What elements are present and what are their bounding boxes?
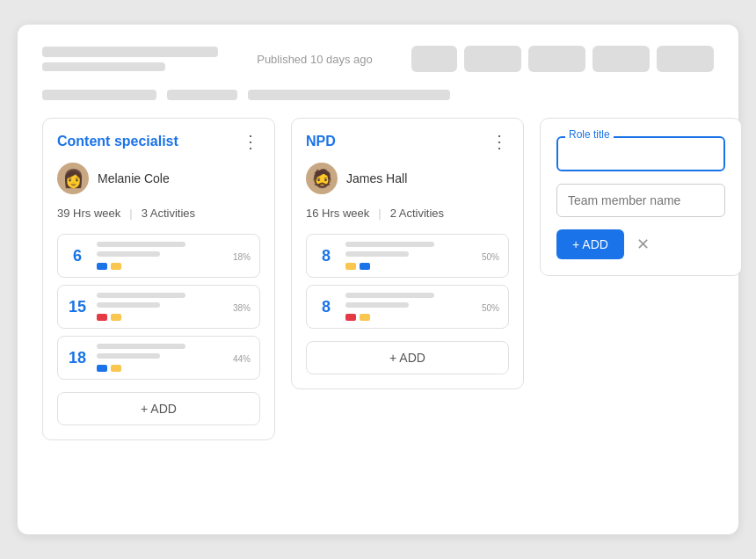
card1-divider: | (129, 207, 132, 220)
card1-bar-3a (97, 344, 185, 349)
card1-num-3: 18 (67, 349, 88, 367)
sub-nav (42, 90, 714, 100)
card2-avatar: 🧔 (306, 163, 338, 194)
card1-header: Content specialist ⋮ (57, 133, 260, 150)
card1-avatar: 👩 (57, 163, 89, 194)
card1-activity-2-right (97, 293, 224, 321)
card2-num-2: 8 (316, 298, 337, 316)
card2-activity-2: 8 50% (306, 285, 509, 329)
form-actions: + ADD ✕ (556, 229, 725, 259)
card2-activity-1: 8 50% (306, 234, 509, 278)
card1-dots-2 (97, 314, 224, 321)
card2-stats: 16 Hrs week | 2 Activities (306, 207, 509, 220)
card1-pct-3: 44% (233, 354, 251, 364)
card1-num-1: 6 (67, 247, 88, 265)
dot-red-2 (97, 314, 107, 321)
skeleton-btn-4 (592, 46, 650, 72)
published-label: Published 10 days ago (257, 53, 373, 66)
card1-dots-1 (97, 263, 224, 270)
card1-activities: 3 Activities (142, 207, 195, 220)
dot-blue-3 (97, 365, 107, 372)
card1-hrs: 39 Hrs week (57, 207, 120, 220)
dot-yellow-1 (111, 263, 121, 270)
card1-activity-1-right (97, 242, 224, 270)
subnav-item-2[interactable] (167, 90, 237, 100)
main-container: Published 10 days ago Content specialist… (18, 25, 738, 534)
role-title-field: Role title (556, 136, 725, 171)
card2-activity-items: 8 50% 8 (306, 234, 509, 329)
card2-bar-1b (345, 251, 409, 257)
card2-member-name: James Hall (346, 171, 407, 185)
card-content-specialist: Content specialist ⋮ 👩 Melanie Cole 39 H… (42, 118, 275, 440)
card2-title: NPD (306, 134, 336, 149)
form-add-button[interactable]: + ADD (556, 229, 624, 259)
card1-bar-1b (97, 251, 160, 257)
dot-yellow-3 (111, 365, 121, 372)
card1-activity-1: 6 18% (57, 234, 260, 278)
skeleton-title (42, 47, 218, 57)
card1-stats: 39 Hrs week | 3 Activities (57, 207, 260, 220)
card2-bar-2b (345, 302, 409, 308)
skeleton-btn-3 (528, 46, 585, 72)
card2-pct-1: 50% (482, 252, 499, 262)
top-bar: Published 10 days ago (42, 46, 714, 72)
card1-bar-2a (97, 293, 185, 298)
card2-hrs: 16 Hrs week (306, 207, 369, 220)
member-name-field (556, 184, 725, 217)
skeleton-btn-1 (411, 46, 457, 72)
card1-member-name: Melanie Cole (98, 171, 170, 185)
role-title-input[interactable] (556, 136, 725, 171)
card2-header: NPD ⋮ (306, 133, 509, 150)
card1-pct-2: 38% (233, 303, 251, 313)
dot-yellow-c2-2 (360, 314, 370, 321)
form-cancel-button[interactable]: ✕ (633, 231, 653, 258)
card2-bar-2a (345, 293, 434, 298)
subnav-item-1[interactable] (42, 90, 156, 100)
card2-dots-2 (345, 314, 473, 321)
card2-activities: 2 Activities (390, 207, 444, 220)
skeleton-btn-2 (464, 46, 521, 72)
skeleton-btn-5 (657, 46, 714, 72)
card2-add-button[interactable]: + ADD (306, 341, 509, 374)
dot-blue-c2-1 (360, 263, 370, 270)
card1-menu-icon[interactable]: ⋮ (242, 133, 260, 150)
dot-red-c2-2 (345, 314, 356, 321)
card1-add-button[interactable]: + ADD (57, 392, 260, 425)
card1-bar-2b (97, 302, 160, 308)
card2-pct-2: 50% (482, 303, 499, 313)
top-bar-left (42, 47, 218, 71)
card1-bar-3b (97, 353, 160, 359)
card1-num-2: 15 (67, 298, 88, 316)
dot-blue-1 (97, 263, 107, 270)
dot-yellow-c2-1 (345, 263, 356, 270)
card2-activity-2-right (345, 293, 473, 321)
card1-pct-1: 18% (233, 252, 251, 262)
dot-yellow-2 (111, 314, 121, 321)
cards-row: Content specialist ⋮ 👩 Melanie Cole 39 H… (42, 118, 714, 440)
card-npd: NPD ⋮ 🧔 James Hall 16 Hrs week | 2 Activ… (291, 118, 524, 389)
card2-activity-1-right (345, 242, 473, 270)
card1-bar-1a (97, 242, 185, 247)
card2-member-row: 🧔 James Hall (306, 163, 509, 194)
card2-num-1: 8 (316, 247, 337, 265)
card2-bar-1a (345, 242, 434, 247)
card1-title: Content specialist (57, 134, 178, 149)
skeleton-subtitle (42, 62, 165, 71)
card1-activity-3: 18 44% (57, 336, 260, 380)
subnav-item-3[interactable] (248, 90, 450, 100)
top-bar-actions (411, 46, 714, 72)
card2-dots-1 (345, 263, 473, 270)
member-name-input[interactable] (556, 184, 725, 217)
card1-activity-2: 15 38% (57, 285, 260, 329)
card1-member-row: 👩 Melanie Cole (57, 163, 260, 194)
form-card: Role title + ADD ✕ (540, 118, 742, 276)
card1-activity-items: 6 18% 15 (57, 234, 260, 380)
card2-menu-icon[interactable]: ⋮ (491, 133, 509, 150)
card2-divider: | (378, 207, 381, 220)
card1-activity-3-right (97, 344, 224, 372)
role-title-label: Role title (565, 128, 614, 141)
card1-dots-3 (97, 365, 224, 372)
